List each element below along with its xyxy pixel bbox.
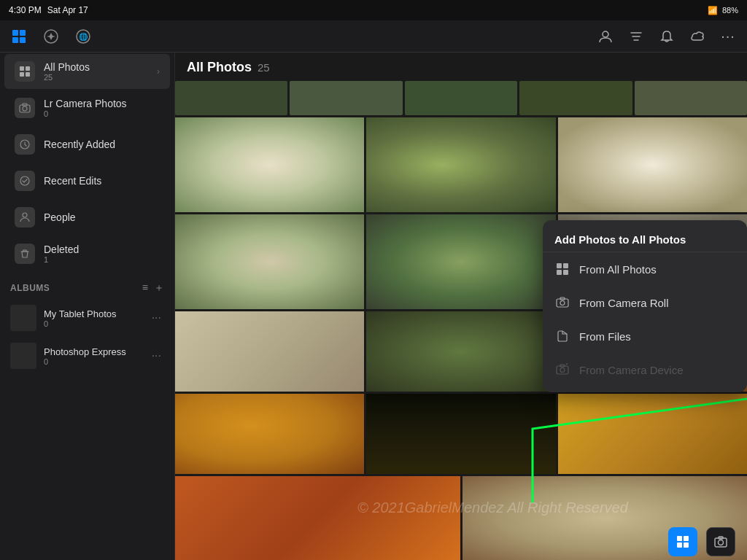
lr-camera-icon bbox=[15, 98, 35, 118]
thumb-strip-5[interactable] bbox=[635, 81, 747, 115]
bell-icon-button[interactable] bbox=[657, 26, 677, 47]
from-all-photos-label: From All Photos bbox=[579, 263, 657, 276]
cloud-icon-button[interactable] bbox=[687, 26, 708, 47]
dropdown-header: Add Photos to All Photos bbox=[543, 226, 747, 252]
svg-rect-2 bbox=[12, 37, 18, 43]
sidebar-item-all-photos[interactable]: All Photos 25 › bbox=[4, 54, 170, 89]
svg-rect-30 bbox=[684, 536, 689, 541]
dropdown-from-camera-roll[interactable]: From Camera Roll bbox=[543, 286, 747, 319]
album-item-photoshop-express[interactable]: Photoshop Express 0 ··· bbox=[0, 337, 174, 375]
people-icon bbox=[15, 207, 35, 228]
svg-text:🌐: 🌐 bbox=[79, 32, 88, 42]
nav-discover-tab[interactable] bbox=[41, 26, 61, 47]
deleted-label: Deleted bbox=[44, 244, 160, 255]
from-camera-roll-icon bbox=[554, 295, 570, 311]
my-tablet-info: My Tablet Photos 0 bbox=[44, 308, 142, 328]
album-item-my-tablet[interactable]: My Tablet Photos 0 ··· bbox=[0, 299, 174, 337]
nav-share-tab[interactable]: 🌐 bbox=[73, 26, 93, 47]
svg-point-26 bbox=[560, 368, 565, 373]
date-display: Sat Apr 17 bbox=[47, 5, 88, 15]
photo-cell-3-2[interactable] bbox=[366, 311, 555, 392]
svg-rect-9 bbox=[26, 66, 30, 71]
add-album-icon[interactable]: ＋ bbox=[154, 281, 164, 295]
recently-added-text: Recently Added bbox=[44, 139, 160, 150]
top-nav-left: 🌐 bbox=[9, 26, 93, 47]
content-count: 25 bbox=[258, 61, 270, 74]
sidebar-item-recently-added[interactable]: Recently Added bbox=[4, 127, 170, 162]
photo-cell-1-3[interactable] bbox=[558, 117, 747, 212]
albums-actions: ≡ ＋ bbox=[142, 281, 164, 295]
svg-rect-31 bbox=[677, 542, 682, 548]
status-bar: 4:30 PM Sat Apr 17 📶 88% bbox=[0, 0, 747, 20]
from-all-photos-icon bbox=[554, 261, 570, 277]
svg-rect-29 bbox=[677, 536, 682, 541]
dropdown-from-files[interactable]: From Files bbox=[543, 319, 747, 353]
svg-rect-21 bbox=[563, 270, 568, 275]
people-label: People bbox=[44, 211, 160, 223]
svg-rect-10 bbox=[20, 72, 24, 77]
from-camera-device-icon bbox=[554, 362, 570, 378]
dropdown-from-camera-device: From Camera Device bbox=[543, 353, 747, 386]
from-files-label: From Files bbox=[579, 330, 631, 343]
svg-rect-22 bbox=[557, 299, 568, 307]
svg-point-16 bbox=[20, 176, 29, 185]
photo-row-4 bbox=[175, 394, 747, 474]
lr-camera-count: 0 bbox=[44, 109, 160, 118]
svg-point-7 bbox=[603, 31, 608, 37]
from-files-icon bbox=[554, 328, 570, 344]
svg-rect-18 bbox=[557, 263, 562, 268]
svg-rect-20 bbox=[557, 270, 562, 275]
deleted-icon bbox=[15, 244, 35, 264]
my-tablet-more-icon[interactable]: ··· bbox=[149, 308, 164, 327]
my-tablet-thumb bbox=[10, 305, 36, 331]
photoshop-express-name: Photoshop Express bbox=[44, 346, 142, 357]
filter-icon-button[interactable] bbox=[626, 26, 646, 47]
status-right: 📶 88% bbox=[708, 6, 738, 15]
svg-point-34 bbox=[719, 540, 724, 545]
sidebar-item-lr-camera[interactable]: Lr Camera Photos 0 bbox=[4, 90, 170, 125]
svg-rect-0 bbox=[12, 30, 18, 36]
photo-cell-4-3[interactable] bbox=[558, 394, 747, 474]
photo-cell-1-2[interactable] bbox=[366, 117, 555, 212]
svg-rect-25 bbox=[557, 366, 568, 374]
thumb-strip-1[interactable] bbox=[175, 81, 287, 115]
top-nav-bar: 🌐 ··· bbox=[0, 20, 747, 52]
svg-rect-8 bbox=[20, 66, 24, 71]
recently-added-icon bbox=[15, 134, 35, 155]
albums-section-header: ALBUMS ≡ ＋ bbox=[0, 273, 174, 299]
dropdown-from-all-photos[interactable]: From All Photos bbox=[543, 252, 747, 286]
sidebar-item-recent-edits[interactable]: Recent Edits bbox=[4, 163, 170, 198]
recent-edits-text: Recent Edits bbox=[44, 175, 160, 187]
nav-photos-tab[interactable] bbox=[9, 26, 29, 47]
photoshop-express-info: Photoshop Express 0 bbox=[44, 346, 142, 366]
thumb-strip-2[interactable] bbox=[290, 81, 402, 115]
photo-row-1 bbox=[175, 117, 747, 212]
wifi-icon: 📶 bbox=[708, 6, 718, 15]
sidebar: All Photos 25 › Lr Camera Photos 0 Rece bbox=[0, 52, 175, 560]
recently-added-label: Recently Added bbox=[44, 139, 160, 150]
lr-camera-label: Lr Camera Photos bbox=[44, 98, 160, 109]
photo-cell-1-1[interactable] bbox=[175, 117, 364, 212]
svg-rect-3 bbox=[20, 37, 26, 43]
photoshop-express-more-icon[interactable]: ··· bbox=[149, 346, 164, 365]
all-photos-icon bbox=[15, 61, 35, 82]
thumb-strip-4[interactable] bbox=[519, 81, 632, 115]
photo-cell-2-1[interactable] bbox=[175, 214, 364, 309]
more-icon-button[interactable]: ··· bbox=[718, 26, 738, 47]
photo-cell-4-2[interactable] bbox=[366, 394, 555, 474]
thumb-strip-3[interactable] bbox=[405, 81, 517, 115]
deleted-text: Deleted 1 bbox=[44, 244, 160, 264]
person-icon-button[interactable] bbox=[595, 26, 616, 47]
my-tablet-name: My Tablet Photos bbox=[44, 308, 142, 319]
photo-cell-3-1[interactable] bbox=[175, 311, 364, 392]
sidebar-item-people[interactable]: People bbox=[4, 200, 170, 235]
camera-button[interactable] bbox=[706, 527, 735, 556]
sort-albums-icon[interactable]: ≡ bbox=[142, 281, 148, 295]
sidebar-item-deleted[interactable]: Deleted 1 bbox=[4, 236, 170, 271]
recent-edits-label: Recent Edits bbox=[44, 175, 160, 187]
people-text: People bbox=[44, 211, 160, 223]
photoshop-express-count: 0 bbox=[44, 357, 142, 366]
photo-cell-2-2[interactable] bbox=[366, 214, 555, 309]
grid-view-button[interactable] bbox=[668, 527, 697, 556]
photo-cell-4-1[interactable] bbox=[175, 394, 364, 474]
